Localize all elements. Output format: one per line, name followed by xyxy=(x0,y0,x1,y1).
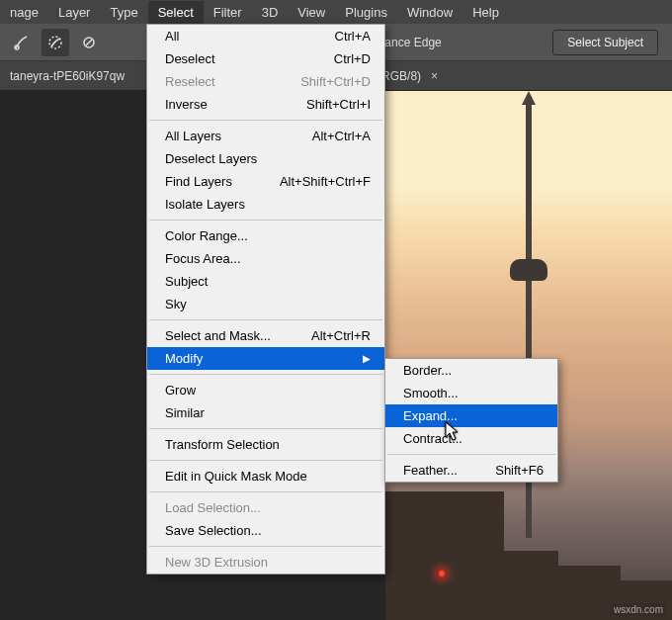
modify-submenu: Border...Smooth...Expand...Contract...Fe… xyxy=(384,358,558,483)
menu-item-shortcut: Shift+Ctrl+I xyxy=(306,97,371,112)
select-menu-item[interactable]: Sky xyxy=(147,293,384,315)
select-menu-dropdown: AllCtrl+ADeselectCtrl+DReselectShift+Ctr… xyxy=(146,24,385,575)
cursor-icon xyxy=(445,421,461,443)
select-menu-item[interactable]: Save Selection... xyxy=(147,519,384,542)
select-menu-item[interactable]: Find LayersAlt+Shift+Ctrl+F xyxy=(147,170,384,193)
menu-item-label: Border... xyxy=(403,363,452,378)
menu-item-label: Modify xyxy=(165,351,203,366)
menu-item-label: Reselect xyxy=(165,74,215,89)
menu-item-label: Feather... xyxy=(403,463,458,478)
menu-item-label: All Layers xyxy=(165,129,221,143)
menu-item-label: Focus Area... xyxy=(165,251,241,266)
menu-3d[interactable]: 3D xyxy=(252,1,289,24)
menu-item-label: Color Range... xyxy=(165,228,248,243)
close-tab-icon[interactable]: × xyxy=(431,69,438,83)
watermark-text: wsxdn.com xyxy=(611,603,666,616)
select-menu-item[interactable]: Transform Selection xyxy=(147,433,384,456)
select-menu-item[interactable]: All LayersAlt+Ctrl+A xyxy=(147,125,384,147)
modify-submenu-item[interactable]: Border... xyxy=(385,359,557,382)
building-shape xyxy=(385,491,504,620)
select-menu-item[interactable]: Focus Area... xyxy=(147,247,384,270)
menu-type[interactable]: Type xyxy=(100,1,147,24)
document-tab[interactable]: taneyra-tPE60iK97qw xyxy=(0,62,134,90)
select-menu-item[interactable]: Select and Mask...Alt+Ctrl+R xyxy=(147,324,384,347)
select-menu-item: ReselectShift+Ctrl+D xyxy=(147,70,384,93)
menu-select[interactable]: Select xyxy=(148,1,204,24)
menu-image[interactable]: nage xyxy=(0,1,48,24)
menu-separator xyxy=(149,491,382,492)
submenu-arrow-icon: ▶ xyxy=(363,353,371,364)
select-menu-item: New 3D Extrusion xyxy=(147,551,384,574)
menu-view[interactable]: View xyxy=(288,1,335,24)
menu-separator xyxy=(149,120,382,121)
select-menu-item[interactable]: Color Range... xyxy=(147,224,384,247)
menu-item-label: Grow xyxy=(165,383,196,398)
menu-item-label: Similar xyxy=(165,405,205,420)
select-menu-item[interactable]: Similar xyxy=(147,401,384,424)
menu-item-label: Load Selection... xyxy=(165,500,261,515)
select-menu-item[interactable]: Subject xyxy=(147,270,384,293)
menu-item-shortcut: Shift+F6 xyxy=(495,463,544,478)
modify-submenu-item[interactable]: Smooth... xyxy=(385,382,557,404)
menu-item-label: New 3D Extrusion xyxy=(165,555,268,570)
document-tab-info: RGB/8) xyxy=(381,69,421,83)
menu-bar: nage Layer Type Select Filter 3D View Pl… xyxy=(0,0,672,24)
select-menu-item[interactable]: Edit in Quick Mask Mode xyxy=(147,465,384,487)
menu-help[interactable]: Help xyxy=(462,1,509,24)
brush-option-2-icon[interactable] xyxy=(42,29,69,56)
menu-separator xyxy=(387,454,555,455)
menu-item-shortcut: Alt+Ctrl+R xyxy=(311,328,371,343)
menu-item-label: Save Selection... xyxy=(165,523,262,538)
menu-plugins[interactable]: Plugins xyxy=(335,1,397,24)
brush-option-3-icon[interactable] xyxy=(75,29,103,56)
traffic-light-shape xyxy=(437,569,447,578)
menu-separator xyxy=(149,220,382,221)
menu-item-label: All xyxy=(165,29,179,44)
document-tab-filename: taneyra-tPE60iK97qw xyxy=(10,69,125,83)
menu-layer[interactable]: Layer xyxy=(48,1,101,24)
menu-separator xyxy=(149,546,382,547)
menu-item-shortcut: Ctrl+A xyxy=(335,29,371,44)
modify-submenu-item[interactable]: Contract... xyxy=(385,427,557,450)
menu-separator xyxy=(149,319,382,320)
brush-option-1-icon[interactable] xyxy=(8,29,36,56)
menu-separator xyxy=(149,428,382,429)
menu-item-label: Select and Mask... xyxy=(165,328,271,343)
modify-submenu-item[interactable]: Expand... xyxy=(385,404,557,427)
menu-filter[interactable]: Filter xyxy=(204,1,252,24)
select-menu-item: Load Selection... xyxy=(147,496,384,519)
building-shape xyxy=(489,551,558,620)
menu-item-label: Isolate Layers xyxy=(165,197,245,212)
menu-item-label: Find Layers xyxy=(165,174,232,189)
menu-item-label: Deselect xyxy=(165,51,215,66)
document-image[interactable]: wsxdn.com xyxy=(385,91,672,620)
menu-separator xyxy=(149,374,382,375)
menu-item-shortcut: Shift+Ctrl+D xyxy=(300,74,371,89)
menu-item-label: Inverse xyxy=(165,97,208,112)
menu-item-label: Edit in Quick Mask Mode xyxy=(165,469,307,484)
menu-item-label: Subject xyxy=(165,274,208,289)
menu-item-shortcut: Alt+Ctrl+A xyxy=(312,129,371,143)
select-menu-item[interactable]: Modify▶ xyxy=(147,347,384,370)
menu-item-shortcut: Ctrl+D xyxy=(334,51,371,66)
menu-item-label: Smooth... xyxy=(403,386,459,400)
select-menu-item[interactable]: Deselect Layers xyxy=(147,147,384,170)
menu-item-shortcut: Alt+Shift+Ctrl+F xyxy=(280,174,371,189)
menu-item-label: Deselect Layers xyxy=(165,151,257,166)
select-menu-item[interactable]: InverseShift+Ctrl+I xyxy=(147,93,384,116)
menu-window[interactable]: Window xyxy=(397,1,462,24)
modify-submenu-item[interactable]: Feather...Shift+F6 xyxy=(385,459,557,482)
menu-item-label: Sky xyxy=(165,297,187,311)
menu-item-label: Transform Selection xyxy=(165,437,280,452)
select-menu-item[interactable]: DeselectCtrl+D xyxy=(147,47,384,70)
select-subject-button[interactable]: Select Subject xyxy=(552,30,658,55)
menu-separator xyxy=(149,460,382,461)
select-menu-item[interactable]: Isolate Layers xyxy=(147,193,384,216)
select-menu-item[interactable]: Grow xyxy=(147,379,384,401)
select-menu-item[interactable]: AllCtrl+A xyxy=(147,25,384,47)
